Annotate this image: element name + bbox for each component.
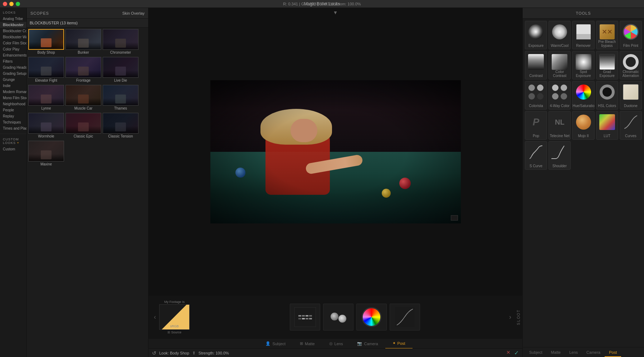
tool-shoulder[interactable]: Shoulder xyxy=(548,141,571,170)
tool-pop-label: Pop xyxy=(525,134,547,138)
look-item-maxine[interactable]: Maxine xyxy=(28,141,64,167)
filmstrip-center xyxy=(191,304,519,331)
minimize-button[interactable] xyxy=(9,2,14,6)
tool-hsl-colors[interactable]: HSL Colors xyxy=(596,81,618,110)
post-icon: ✦ xyxy=(392,341,396,346)
tool-spot-label: Spot Exposure xyxy=(572,70,594,78)
tool-grad-exposure[interactable]: Grad Exposure xyxy=(596,51,618,79)
look-item-elevator-fight[interactable]: Elevator Fight xyxy=(28,57,64,83)
tool-hsl-label: HSL Colors xyxy=(596,104,618,108)
filmstrip-left-arrow[interactable]: ‹ xyxy=(152,313,158,321)
tool-colorista[interactable]: Colorista xyxy=(525,81,547,110)
tool-lut[interactable]: LUT xyxy=(596,111,618,140)
look-item-thames[interactable]: Thames xyxy=(103,85,138,111)
tab-camera[interactable]: 📷 Camera xyxy=(350,339,385,349)
filmstrip-right-arrow[interactable]: › xyxy=(507,313,513,321)
footage-thumbnail[interactable]: sRGB xyxy=(159,304,190,330)
sidebar-item-techniques[interactable]: Techniques xyxy=(0,119,26,125)
tool-cat-camera[interactable]: Camera xyxy=(582,348,605,357)
sidebar-item-times-and-places[interactable]: Times and Places xyxy=(0,125,26,131)
sidebar-item-mono-film-stock[interactable]: Mono Film Stock xyxy=(0,95,26,101)
footage-source-label: ⊞ Source xyxy=(159,331,190,334)
tool-curves[interactable]: Curves xyxy=(620,111,642,140)
look-item-wormhole[interactable]: Wormhole xyxy=(28,113,64,139)
look-item-bunker[interactable]: Bunker xyxy=(65,29,101,56)
color-contrast-icon xyxy=(552,54,567,70)
tool-contrast[interactable]: Contrast xyxy=(525,51,547,79)
sidebar-item-grading-setups[interactable]: Grading Setups xyxy=(0,71,26,77)
cancel-icon[interactable]: ✕ xyxy=(506,349,511,356)
look-item-live-die[interactable]: Live Die xyxy=(103,57,138,83)
sidebar-item-custom[interactable]: Custom xyxy=(0,146,26,152)
tool-remover[interactable]: Remover xyxy=(572,21,594,49)
tools-panel: TOOLS Exposure Warm/Cool xyxy=(522,8,644,357)
sidebar-item-neighborhood[interactable]: Neighborhood xyxy=(0,101,26,107)
tool-exposure[interactable]: Exposure xyxy=(525,21,547,49)
tool-hue-sat[interactable]: Hue/Saturation xyxy=(572,81,594,110)
tool-cat-post[interactable]: Post xyxy=(605,348,621,357)
tool-pre-bleach[interactable]: ✕✕ Pre Bleach bypass xyxy=(596,21,618,49)
telecine-icon: NL xyxy=(552,115,567,130)
sidebar-item-replay[interactable]: Replay xyxy=(0,113,26,119)
sidebar-item-enhancements[interactable]: Enhancements xyxy=(0,52,26,58)
tool-film-print[interactable]: Film Print xyxy=(620,21,642,49)
skin-overlay-label[interactable]: Skin Overlay xyxy=(122,11,145,15)
look-item-chronometer[interactable]: Chronometer xyxy=(103,29,138,56)
film-tool-colorista[interactable] xyxy=(290,304,320,331)
sidebar-item-filters[interactable]: Filters xyxy=(0,58,26,64)
camera-icon: 📷 xyxy=(357,341,362,346)
look-item-frontage[interactable]: Frontage xyxy=(65,57,101,83)
tool-telecine-net[interactable]: NL Telecine Net xyxy=(548,111,571,140)
side-letter-o2: O xyxy=(517,315,521,319)
tab-subject[interactable]: 👤 Subject xyxy=(258,339,293,349)
maximize-button[interactable] xyxy=(16,2,20,6)
tool-cat-matte[interactable]: Matte xyxy=(547,348,565,357)
sidebar-item-modern-romance[interactable]: Modern Romance xyxy=(0,89,26,95)
tool-pop[interactable]: P Pop xyxy=(525,111,547,140)
tool-mojo-ii[interactable]: Mojo II xyxy=(572,111,594,140)
film-tool-curves[interactable] xyxy=(390,304,420,331)
spot-icon-area xyxy=(572,51,594,73)
close-button[interactable] xyxy=(3,2,7,6)
tools-header: TOOLS xyxy=(523,8,644,19)
sidebar-item-people[interactable]: People xyxy=(0,107,26,113)
tools-side-label: T O O L S xyxy=(514,296,522,338)
tool-spot-exposure[interactable]: Spot Exposure xyxy=(572,51,594,79)
look-label-lynne: Lynne xyxy=(28,106,64,111)
look-item-lynne[interactable]: Lynne xyxy=(28,85,64,111)
look-label-elevator-fight: Elevator Fight xyxy=(28,78,64,83)
tool-film-print-label: Film Print xyxy=(620,44,641,48)
sidebar-item-blockbuster-cool[interactable]: Blockbuster Cool xyxy=(0,28,26,34)
tool-chrom-aberration[interactable]: Chromatic Aberration xyxy=(620,51,642,79)
tool-duotone[interactable]: Duotone xyxy=(620,81,642,110)
tool-s-curve[interactable]: S Curve xyxy=(525,141,547,170)
sidebar-item-blockbuster[interactable]: Blockbuster xyxy=(0,22,26,28)
look-item-classic-tension[interactable]: Classic Tension xyxy=(103,113,138,139)
tool-cat-subject[interactable]: Subject xyxy=(525,348,547,357)
tab-lens[interactable]: ◎ Lens xyxy=(322,339,350,349)
look-item-body-shop[interactable]: Body Shop xyxy=(28,29,64,56)
sidebar-item-color-play[interactable]: Color Play xyxy=(0,46,26,52)
status-icon-save[interactable]: ⬆ xyxy=(192,351,196,356)
colorista-icon xyxy=(528,85,543,100)
undo-icon[interactable]: ↺ xyxy=(152,350,156,356)
tool-telecine-label: Telecine Net xyxy=(549,134,570,138)
film-tool-hsl[interactable] xyxy=(356,304,387,331)
tab-post[interactable]: ✦ Post xyxy=(385,339,413,349)
s-curve-icon xyxy=(528,144,544,160)
tab-matte[interactable]: ⊞ Matte xyxy=(293,339,322,349)
tool-4way-color[interactable]: 4-Way Color xyxy=(548,81,571,110)
film-tool-colorista2[interactable] xyxy=(323,304,353,331)
tool-cat-lens[interactable]: Lens xyxy=(565,348,582,357)
confirm-icon[interactable]: ✓ xyxy=(514,349,519,356)
tool-warm-cool[interactable]: Warm/Cool xyxy=(548,21,571,49)
look-item-classic-epic[interactable]: Classic Epic xyxy=(65,113,101,139)
sidebar-item-color-film-stock[interactable]: Color Film Stock xyxy=(0,40,26,46)
look-item-muscle-car[interactable]: Muscle Car xyxy=(65,85,101,111)
tool-color-contrast[interactable]: Color Contrast xyxy=(548,51,571,79)
sidebar-item-blockbuster-warm[interactable]: Blockbuster Warm xyxy=(0,34,26,40)
sidebar-item-grunge[interactable]: Grunge xyxy=(0,77,26,83)
sidebar-item-analog-tribe[interactable]: Analog Tribe xyxy=(0,16,26,22)
sidebar-item-grading-headstarts[interactable]: Grading Headstarts xyxy=(0,64,26,71)
sidebar-item-indie[interactable]: Indie xyxy=(0,83,26,89)
